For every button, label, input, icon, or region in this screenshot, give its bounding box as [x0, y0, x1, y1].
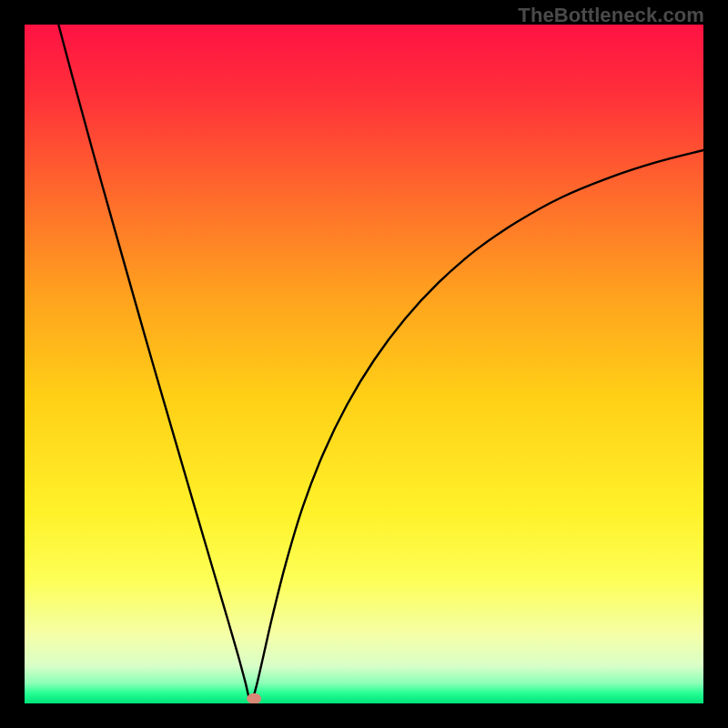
chart-plot-area	[25, 25, 703, 703]
chart-svg	[25, 25, 703, 703]
gradient-background	[25, 25, 703, 703]
chart-frame: TheBottleneck.com	[0, 0, 728, 728]
